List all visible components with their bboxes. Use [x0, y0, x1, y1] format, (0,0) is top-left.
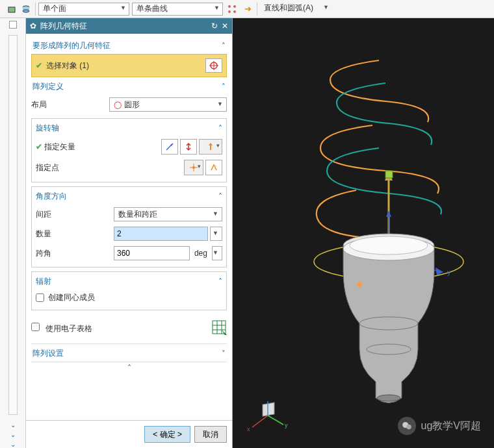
svg-text:y: y	[285, 422, 288, 429]
vector-reverse-button[interactable]	[161, 139, 178, 155]
panel-header: ✿ 阵列几何特征 ↻ ✕	[26, 18, 232, 34]
angle-direction-subsection: 角度方向 ˄ 间距 数量和跨距 数量 跨角	[31, 186, 227, 268]
spreadsheet-checkbox-row[interactable]: 使用电子表格	[31, 323, 92, 334]
section-target-header[interactable]: 要形成阵列的几何特征 ˄	[31, 36, 227, 54]
angle-direction-header[interactable]: 角度方向 ˄	[36, 190, 222, 205]
svg-text:x: x	[247, 426, 250, 432]
spreadsheet-checkbox[interactable]	[31, 323, 40, 331]
span-label: 跨角	[36, 248, 114, 259]
wechat-icon	[398, 417, 416, 435]
spreadsheet-icon[interactable]	[211, 319, 227, 337]
chevron-down-icon[interactable]: ⌄	[10, 441, 16, 448]
svg-rect-42	[263, 403, 274, 416]
watermark-text: ug教学V阿超	[421, 419, 481, 433]
count-input[interactable]	[114, 227, 208, 241]
face-mode-select[interactable]: 单个面	[38, 3, 129, 16]
toolbar-icon-group	[3, 3, 32, 16]
svg-marker-30	[386, 210, 391, 217]
concentric-checkbox[interactable]	[36, 293, 44, 302]
collapse-chevron[interactable]: ˄	[31, 362, 227, 373]
svg-point-37	[350, 236, 428, 255]
span-input[interactable]	[114, 246, 190, 260]
thumb-icon[interactable]	[9, 21, 17, 29]
check-icon: ✔	[36, 61, 42, 70]
watermark: ug教学V阿超	[398, 417, 481, 435]
span-unit-label: deg	[192, 249, 211, 258]
svg-text:y: y	[447, 268, 451, 276]
svg-line-43	[252, 416, 268, 427]
layout-label: 布局	[31, 99, 109, 110]
panel-footer: < 确定 > 取消	[26, 420, 232, 448]
svg-point-18	[214, 166, 216, 168]
svg-point-5	[233, 5, 236, 8]
chevron-down-icon: ˅	[222, 349, 226, 358]
radial-subsection: 辐射 ˄ 创建同心成员	[31, 271, 227, 310]
section-define-label: 阵列定义	[32, 81, 64, 92]
arrow-right-icon[interactable]: ➔	[241, 3, 254, 16]
chevron-up-icon: ˄	[222, 82, 226, 91]
refresh-icon[interactable]: ↻	[211, 21, 218, 31]
spacing-label: 间距	[36, 209, 114, 220]
rotation-axis-subsection: 旋转轴 ˄ ✔ 指定矢量 指定点	[31, 118, 227, 182]
ok-button[interactable]: < 确定 >	[144, 426, 190, 443]
spec-point-label: 指定点	[36, 162, 114, 173]
pattern-settings-header[interactable]: 阵列设置 ˅	[31, 343, 227, 362]
section-define-header[interactable]: 阵列定义 ˄	[31, 77, 227, 95]
layout-value: 圆形	[124, 99, 140, 110]
svg-rect-27	[385, 171, 393, 178]
line-arc-dropdown[interactable]: 直线和圆弧(A)	[260, 3, 332, 16]
gear-icon: ✿	[30, 21, 36, 31]
panel-title: 阵列几何特征	[40, 21, 87, 32]
selection-target-icon[interactable]	[205, 58, 222, 73]
spec-vector-label: ✔ 指定矢量	[36, 142, 114, 153]
scroll-track[interactable]	[8, 35, 18, 415]
svg-point-7	[233, 10, 236, 13]
spacing-select[interactable]: 数量和跨距	[114, 207, 222, 221]
left-rail: ⌄ ⌄ ⌄	[0, 18, 26, 448]
concentric-label: 创建同心成员	[48, 292, 95, 303]
chevron-up-icon: ˄	[222, 42, 226, 50]
cylinder-icon[interactable]	[20, 3, 32, 16]
point-picker-button[interactable]	[184, 160, 203, 175]
svg-point-6	[228, 10, 231, 13]
chevron-up-icon: ˄	[218, 277, 222, 286]
layout-select[interactable]: ◯ 圆形	[109, 97, 227, 112]
chevron-down-icon[interactable]: ⌄	[10, 421, 16, 429]
section-target-label: 要形成阵列的几何特征	[32, 40, 110, 51]
select-object-label: 选择对象 (1)	[46, 60, 89, 71]
circle-icon: ◯	[114, 101, 122, 109]
svg-point-49	[406, 425, 411, 430]
select-object-row[interactable]: ✔ 选择对象 (1)	[31, 54, 227, 77]
svg-point-38	[377, 395, 400, 401]
svg-line-45	[268, 416, 283, 425]
svg-point-4	[228, 5, 231, 8]
pattern-feature-panel: ✿ 阵列几何特征 ↻ ✕ 要形成阵列的几何特征 ˄ ✔ 选择对象 (1)	[26, 18, 233, 448]
pattern-tool-icon[interactable]	[226, 3, 239, 16]
close-icon[interactable]: ✕	[222, 21, 228, 31]
model-preview: y	[259, 44, 493, 408]
axis-gizmo[interactable]: x y	[244, 396, 290, 436]
viewport-3d[interactable]: y x y	[233, 18, 494, 448]
top-toolbar: 单个面 单条曲线 ➔ 直线和圆弧(A)	[0, 0, 494, 18]
concentric-checkbox-row[interactable]: 创建同心成员	[36, 290, 222, 306]
svg-point-3	[23, 10, 29, 12]
count-label: 数量	[36, 229, 114, 240]
span-menu-button[interactable]	[212, 246, 222, 260]
box-icon[interactable]	[5, 3, 18, 16]
svg-point-41	[357, 282, 362, 287]
cancel-button[interactable]: 取消	[194, 426, 227, 443]
check-icon: ✔	[36, 142, 42, 151]
vector-picker-button[interactable]	[199, 139, 222, 155]
count-menu-button[interactable]	[210, 227, 222, 241]
chevron-up-icon: ˄	[218, 124, 222, 133]
pattern-settings-label: 阵列设置	[32, 348, 64, 359]
curve-mode-select[interactable]: 单条曲线	[132, 3, 223, 16]
svg-marker-14	[209, 143, 213, 145]
spreadsheet-label: 使用电子表格	[46, 324, 92, 333]
radial-header[interactable]: 辐射 ˄	[36, 275, 222, 290]
rotation-axis-header[interactable]: 旋转轴 ˄	[36, 121, 222, 136]
point-dialog-button[interactable]	[205, 160, 222, 175]
vector-flip-button[interactable]	[180, 139, 197, 155]
svg-rect-0	[8, 7, 15, 12]
chevron-down-icon[interactable]: ⌄	[10, 431, 16, 438]
